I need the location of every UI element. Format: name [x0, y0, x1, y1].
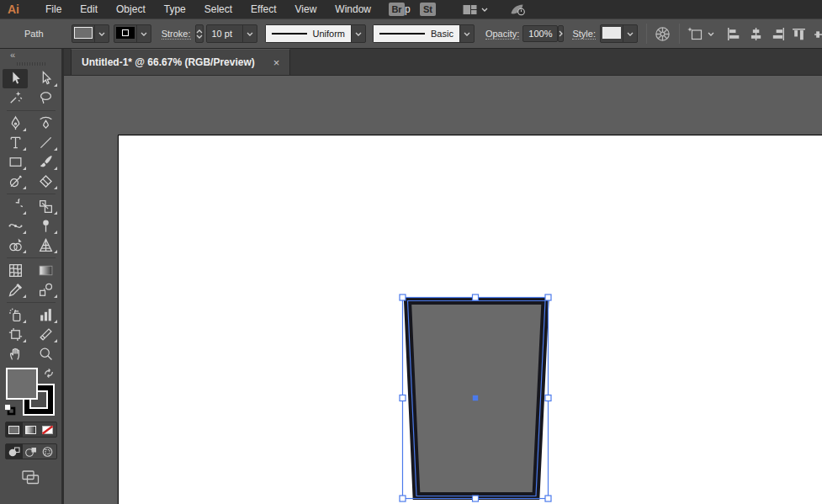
- tool-mesh[interactable]: [3, 261, 28, 280]
- align-horizontal-right-button[interactable]: [770, 27, 784, 41]
- none-button[interactable]: [40, 422, 56, 437]
- stroke-panel-link[interactable]: Stroke:: [162, 29, 191, 40]
- menu-edit[interactable]: Edit: [71, 0, 107, 19]
- menu-items: FileEditObjectTypeSelectEffectViewWindow…: [36, 0, 420, 19]
- bridge-button[interactable]: Br: [389, 3, 405, 16]
- change-screen-mode-button[interactable]: [20, 470, 42, 485]
- style-panel-link[interactable]: Style:: [572, 29, 596, 40]
- gradient-button[interactable]: [23, 422, 40, 437]
- recolor-artwork-button[interactable]: [654, 25, 671, 43]
- stroke-weight-dropdown[interactable]: 10 pt: [206, 24, 257, 43]
- tool-selection[interactable]: [3, 69, 28, 88]
- tool-rotate[interactable]: [3, 197, 28, 216]
- puppet-warp-icon: [38, 218, 54, 234]
- toolbar-separator: [7, 302, 56, 303]
- align-horizontal-left-button[interactable]: [726, 27, 740, 41]
- draw-behind-button[interactable]: [23, 444, 40, 459]
- color-button[interactable]: [6, 422, 23, 437]
- tool-grid: [0, 69, 61, 363]
- selection-handle[interactable]: [473, 496, 479, 501]
- tool-zoom[interactable]: [34, 344, 59, 363]
- default-fill-stroke-button[interactable]: [3, 403, 16, 416]
- canvas[interactable]: [64, 76, 822, 504]
- menu-select[interactable]: Select: [195, 0, 241, 19]
- menu-file[interactable]: File: [36, 0, 71, 19]
- chevron-down-icon: [136, 25, 151, 42]
- toolbar-separator: [7, 257, 56, 258]
- fill-color-dropdown[interactable]: [72, 24, 109, 43]
- recolor-artwork-icon: [654, 25, 671, 43]
- tool-symbol-sprayer[interactable]: [3, 305, 28, 325]
- tool-magic-wand[interactable]: [3, 88, 28, 108]
- tool-column-graph[interactable]: [34, 305, 59, 325]
- tool-scale[interactable]: [34, 197, 59, 216]
- tool-shaper[interactable]: [3, 172, 28, 191]
- tool-pen[interactable]: [3, 114, 28, 133]
- tool-rectangle[interactable]: [3, 152, 28, 172]
- opacity-input[interactable]: 100%: [522, 25, 558, 42]
- tool-slice[interactable]: [34, 325, 59, 344]
- menu-view[interactable]: View: [286, 0, 326, 19]
- tool-artboard[interactable]: [3, 325, 28, 344]
- stock-button[interactable]: St: [420, 3, 436, 16]
- tool-puppet-warp[interactable]: [34, 216, 59, 236]
- fill-stroke-area: [0, 368, 61, 420]
- selection-center-point[interactable]: [473, 395, 478, 401]
- selection-handle[interactable]: [473, 294, 479, 300]
- menu-window[interactable]: Window: [326, 0, 380, 19]
- selection-handle[interactable]: [545, 496, 551, 501]
- draw-inside-button[interactable]: [40, 444, 56, 459]
- tool-paintbrush[interactable]: [34, 152, 59, 172]
- tool-curvature[interactable]: [34, 114, 59, 133]
- tool-gradient[interactable]: [34, 261, 59, 280]
- opacity-expand-button[interactable]: [558, 25, 564, 42]
- brush-definition-dropdown[interactable]: Basic: [373, 24, 475, 43]
- width-profile-preview: Uniform: [266, 25, 352, 42]
- selection-handle[interactable]: [545, 395, 551, 401]
- menu-effect[interactable]: Effect: [241, 0, 285, 19]
- tool-direct-selection[interactable]: [34, 69, 59, 88]
- selection-handle[interactable]: [545, 294, 551, 300]
- tool-lasso[interactable]: [34, 88, 59, 108]
- tool-line-segment[interactable]: [34, 133, 59, 152]
- gpu-performance-button[interactable]: [510, 3, 527, 16]
- app-logo[interactable]: Ai: [8, 3, 19, 16]
- toolbar-grip[interactable]: [17, 62, 45, 66]
- align-horizontal-center-button[interactable]: [748, 27, 762, 41]
- tool-eyedropper[interactable]: [3, 280, 28, 300]
- draw-normal-button[interactable]: [6, 444, 23, 459]
- select-similar-icon: [687, 26, 705, 42]
- stroke-weight-stepper[interactable]: [195, 24, 204, 43]
- selection-handle[interactable]: [400, 395, 406, 401]
- menu-type[interactable]: Type: [155, 0, 195, 19]
- selection-handle[interactable]: [400, 496, 406, 501]
- tool-eraser[interactable]: [34, 172, 59, 191]
- hand-icon: [8, 346, 24, 362]
- tool-blend[interactable]: [34, 280, 59, 300]
- tool-type[interactable]: [3, 133, 28, 152]
- swap-fill-stroke-button[interactable]: [43, 368, 55, 379]
- stepper-down-icon[interactable]: [196, 34, 203, 39]
- selection-handle[interactable]: [400, 294, 406, 300]
- align-vertical-top-button[interactable]: [792, 27, 806, 41]
- opacity-panel-link[interactable]: Opacity:: [485, 29, 519, 40]
- tool-width[interactable]: [3, 216, 28, 236]
- menu-object[interactable]: Object: [107, 0, 155, 19]
- align-vertical-center-button[interactable]: [814, 27, 822, 41]
- toolbar-collapse-button[interactable]: «: [0, 49, 61, 61]
- align-vertical-center-icon: [814, 27, 822, 41]
- tool-shape-builder[interactable]: [3, 236, 28, 255]
- graphic-style-dropdown[interactable]: [600, 24, 638, 43]
- tab-close-icon[interactable]: ×: [273, 57, 280, 68]
- select-similar-button[interactable]: [687, 26, 714, 42]
- tool-hand[interactable]: [3, 344, 28, 363]
- stepper-up-icon[interactable]: [196, 29, 203, 34]
- tool-perspective-grid[interactable]: [34, 236, 59, 255]
- document-tab[interactable]: Untitled-1* @ 66.67% (RGB/Preview) ×: [71, 49, 290, 75]
- stroke-color-dropdown[interactable]: [114, 24, 151, 43]
- fill-proxy[interactable]: [6, 368, 38, 400]
- width-profile-dropdown[interactable]: Uniform: [265, 24, 367, 43]
- stroke-weight-value[interactable]: 10 pt: [207, 25, 242, 42]
- lasso-icon: [38, 90, 54, 106]
- workspace-switcher[interactable]: [463, 4, 488, 15]
